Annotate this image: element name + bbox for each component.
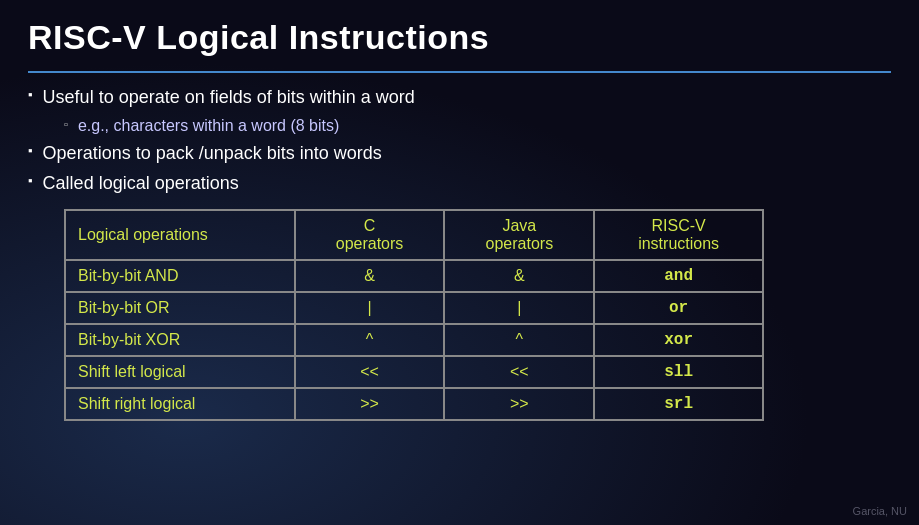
bullet-text-3: Called logical operations [43,171,239,195]
watermark: Garcia, NU [853,505,907,517]
bullet-item-3: ▪ Called logical operations [28,171,891,195]
header-col-riscv: RISC-Vinstructions [594,210,763,260]
row-xor-riscv: xor [594,324,763,356]
table-row-xor: Bit-by-bit XOR ^ ^ xor [65,324,763,356]
table-row-srl: Shift right logical >> >> srl [65,388,763,420]
row-or-op: Bit-by-bit OR [65,292,295,324]
table-header-row: Logical operations Coperators Javaoperat… [65,210,763,260]
title-underline [28,71,891,73]
row-xor-op: Bit-by-bit XOR [65,324,295,356]
row-sll-java: << [444,356,594,388]
sub-bullet-item-1: ▫ e.g., characters within a word (8 bits… [64,115,891,137]
row-sll-op: Shift left logical [65,356,295,388]
row-sll-riscv: sll [594,356,763,388]
bullet-text-1: Useful to operate on fields of bits with… [43,85,415,109]
row-srl-op: Shift right logical [65,388,295,420]
bullet-item-1: ▪ Useful to operate on fields of bits wi… [28,85,891,109]
row-and-riscv: and [594,260,763,292]
logical-operations-table: Logical operations Coperators Javaoperat… [64,209,764,421]
row-sll-c: << [295,356,445,388]
header-col-logical: Logical operations [65,210,295,260]
row-or-java: | [444,292,594,324]
row-or-riscv: or [594,292,763,324]
sub-bullet-marker-1: ▫ [64,118,68,130]
row-and-op: Bit-by-bit AND [65,260,295,292]
row-srl-java: >> [444,388,594,420]
table-row-and: Bit-by-bit AND & & and [65,260,763,292]
row-xor-java: ^ [444,324,594,356]
row-and-java: & [444,260,594,292]
row-srl-riscv: srl [594,388,763,420]
bullet-item-2: ▪ Operations to pack /unpack bits into w… [28,141,891,165]
row-and-c: & [295,260,445,292]
row-srl-c: >> [295,388,445,420]
bullet-marker-2: ▪ [28,143,33,158]
slide-content: RISC-V Logical Instructions ▪ Useful to … [0,0,919,435]
table-row-or: Bit-by-bit OR | | or [65,292,763,324]
sub-bullet-text-1: e.g., characters within a word (8 bits) [78,115,339,137]
bullet-text-2: Operations to pack /unpack bits into wor… [43,141,382,165]
bullet-marker-3: ▪ [28,173,33,188]
logical-operations-table-wrapper: Logical operations Coperators Javaoperat… [64,209,891,421]
slide-title: RISC-V Logical Instructions [28,18,891,57]
row-xor-c: ^ [295,324,445,356]
bullet-marker-1: ▪ [28,87,33,102]
header-col-c: Coperators [295,210,445,260]
table-row-sll: Shift left logical << << sll [65,356,763,388]
row-or-c: | [295,292,445,324]
bullet-list: ▪ Useful to operate on fields of bits wi… [28,85,891,195]
header-col-java: Javaoperators [444,210,594,260]
